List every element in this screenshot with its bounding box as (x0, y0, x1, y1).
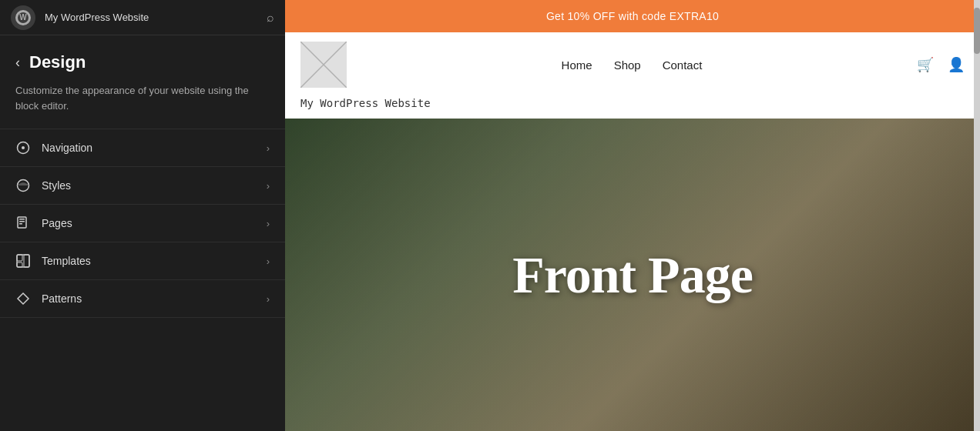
nav-link-shop[interactable]: Shop (614, 58, 641, 72)
svg-rect-9 (24, 255, 29, 267)
sidebar-header: ‹ Design (0, 35, 285, 80)
preview-area: Get 10% OFF with code EXTRA10 Home Shop … (285, 0, 980, 431)
styles-icon (15, 178, 31, 193)
header-icons: 🛒 👤 (917, 56, 965, 73)
sidebar-item-pages[interactable]: Pages › (0, 204, 285, 242)
chevron-right-icon: › (267, 293, 270, 305)
hero-text: Front Page (512, 245, 753, 306)
search-icon[interactable]: ⌕ (267, 11, 274, 25)
scrollbar[interactable] (974, 0, 980, 431)
site-logo (300, 42, 347, 88)
sidebar-item-templates[interactable]: Templates › (0, 242, 285, 279)
cart-icon[interactable]: 🛒 (917, 56, 934, 73)
sidebar-item-patterns-label: Patterns (42, 292, 267, 305)
sidebar-item-navigation-label: Navigation (42, 142, 267, 154)
svg-rect-10 (17, 262, 22, 267)
svg-rect-4 (19, 219, 25, 220)
top-bar: W My WordPress Website ⌕ (0, 0, 285, 35)
nav-link-home[interactable]: Home (562, 58, 592, 72)
back-button[interactable]: ‹ (15, 55, 20, 71)
page-title: Design (29, 52, 86, 72)
site-name: My WordPress Website (45, 12, 257, 23)
sidebar-description: Customize the appearance of your website… (0, 80, 285, 129)
sidebar-item-templates-label: Templates (42, 255, 267, 267)
sidebar-item-patterns[interactable]: Patterns › (0, 279, 285, 318)
wp-logo[interactable]: W (11, 5, 35, 30)
sidebar-item-pages-label: Pages (42, 217, 267, 229)
navigation-icon (15, 140, 31, 155)
chevron-right-icon: › (267, 256, 270, 267)
svg-rect-8 (17, 255, 22, 261)
wp-logo-icon: W (15, 10, 31, 25)
sidebar-item-styles[interactable]: Styles › (0, 166, 285, 204)
sidebar-item-styles-label: Styles (42, 179, 267, 192)
sidebar-menu: Navigation › Styles › (0, 129, 285, 318)
svg-rect-5 (19, 221, 25, 222)
site-header: Home Shop Contact 🛒 👤 (285, 32, 980, 97)
chevron-right-icon: › (267, 180, 270, 192)
pages-icon (15, 216, 31, 231)
patterns-icon (15, 291, 31, 306)
chevron-right-icon: › (267, 142, 270, 154)
chevron-right-icon: › (267, 218, 270, 229)
nav-link-contact[interactable]: Contact (663, 58, 703, 72)
hero-section: Front Page (285, 119, 980, 431)
promo-text: Get 10% OFF with code EXTRA10 (546, 10, 719, 22)
nav-links: Home Shop Contact (359, 58, 904, 72)
svg-point-1 (22, 146, 25, 149)
site-tagline-row: My WordPress Website (285, 97, 980, 119)
scrollbar-thumb[interactable] (974, 8, 980, 54)
templates-icon (15, 253, 31, 269)
user-icon[interactable]: 👤 (948, 56, 965, 73)
sidebar-item-navigation[interactable]: Navigation › (0, 129, 285, 166)
svg-rect-6 (19, 223, 22, 225)
promo-banner: Get 10% OFF with code EXTRA10 (285, 0, 980, 32)
sidebar: ‹ Design Customize the appearance of you… (0, 0, 285, 431)
site-tagline: My WordPress Website (300, 97, 431, 109)
